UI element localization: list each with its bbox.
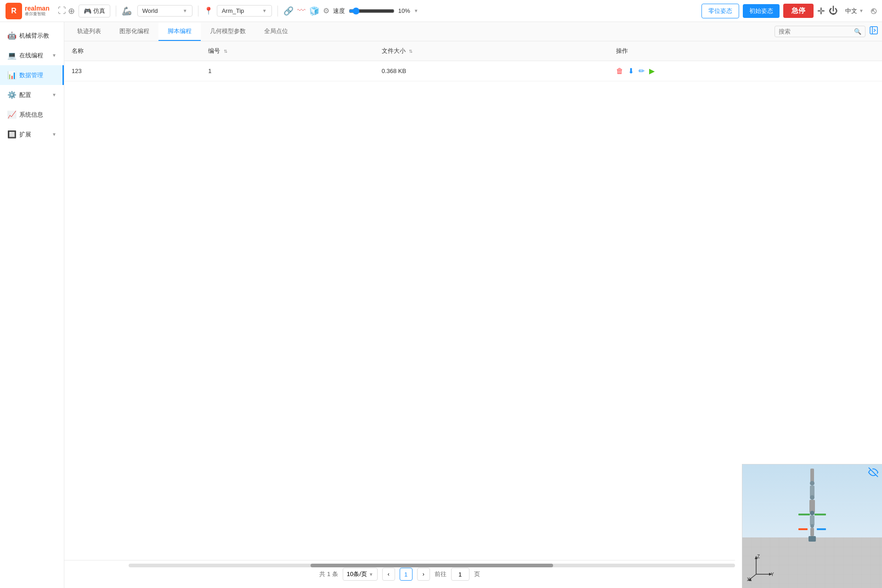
table-header: 名称 编号 ⇅ 文件大小 ⇅ 操作 (64, 41, 882, 61)
svg-rect-18 (798, 514, 810, 515)
edit-button[interactable]: ✏ (639, 67, 645, 75)
tip-icon: 📍 (204, 6, 213, 15)
run-button[interactable]: ▶ (649, 67, 655, 75)
page-size-selector[interactable]: 10条/页 ▼ (343, 568, 378, 581)
tab-trajectory[interactable]: 轨迹列表 (68, 23, 110, 41)
tab-script[interactable]: 脚本编程 (158, 23, 201, 41)
svg-rect-2 (870, 27, 877, 34)
arm-tip-chevron-icon: ▼ (262, 8, 267, 13)
cell-number: 1 (201, 61, 374, 81)
toolbar-icon-1: ⛶ (58, 6, 66, 16)
sidebar-item-label-robot: 机械臂示教 (19, 32, 49, 40)
logo-text: realman (25, 5, 50, 12)
speed-slider[interactable] (349, 7, 395, 15)
search-icon: 🔍 (854, 28, 861, 35)
svg-point-13 (810, 511, 814, 515)
preview-panel: Z X Y (742, 464, 882, 588)
cell-actions: 🗑 ⬇ ✏ ▶ (609, 61, 882, 81)
sidebar-collapse-button[interactable] (869, 26, 878, 37)
delete-button[interactable]: 🗑 (616, 67, 623, 75)
svg-rect-17 (808, 536, 816, 542)
svg-rect-21 (817, 528, 826, 530)
sidebar-item-data-mgmt[interactable]: 📊 数据管理 (0, 65, 64, 85)
mode-button[interactable]: 🎮 仿真 (79, 5, 110, 17)
page-unit: 页 (474, 570, 480, 578)
download-button[interactable]: ⬇ (628, 67, 634, 75)
zero-state-button[interactable]: 零位姿态 (701, 4, 739, 18)
separator-3 (277, 6, 278, 17)
cross-icon: ✛ (817, 6, 825, 17)
next-page-button[interactable]: › (417, 568, 430, 581)
col-number[interactable]: 编号 ⇅ (201, 41, 374, 61)
speed-value: 10% (398, 7, 410, 14)
tab-geo-params[interactable]: 几何模型参数 (201, 23, 255, 41)
col-name: 名称 (64, 41, 201, 61)
tabs-bar: 轨迹列表 图形化编程 脚本编程 几何模型参数 全局点位 🔍 (64, 22, 882, 41)
svg-rect-14 (810, 515, 814, 526)
link-icon: 🔗 (283, 6, 294, 16)
online-program-icon: 💻 (7, 51, 16, 60)
logo-subtitle: 睿尔曼智能 (25, 12, 50, 17)
robot-icon-group: 🦾 (122, 6, 132, 16)
sidebar-item-system-info[interactable]: 📈 系统信息 (0, 105, 64, 124)
y-axis-label: Y (771, 572, 774, 577)
tab-global-points[interactable]: 全局点位 (255, 23, 297, 41)
svg-text:R: R (11, 6, 17, 15)
prev-page-button[interactable]: ‹ (382, 568, 395, 581)
sidebar-item-config[interactable]: ⚙️ 配置 ▼ (0, 85, 64, 105)
page-size-label: 10条/页 (347, 570, 367, 578)
svg-line-5 (874, 30, 876, 32)
arm-tip-label: Arm_Tip (222, 7, 244, 14)
svg-point-9 (810, 481, 814, 486)
tabs-search: 🔍 (775, 26, 865, 37)
horizontal-scrollbar[interactable] (129, 564, 735, 567)
arm-tip-icon-group: 📍 (204, 6, 213, 15)
sidebar-item-extend[interactable]: 🔲 扩展 ▼ (0, 124, 64, 144)
emergency-stop-button[interactable]: 急停 (783, 4, 814, 18)
lang-chevron-icon: ▼ (859, 8, 864, 13)
toolbar-icons-left: ⛶ ⊕ (58, 6, 75, 16)
robot-arm-preview (798, 469, 826, 544)
language-selector[interactable]: 中文 ▼ (842, 5, 867, 17)
toolbar-right: 零位姿态 初始姿态 急停 ✛ ⏻ 中文 ▼ ⎋ (701, 4, 876, 18)
z-axis-label: Z (757, 554, 760, 559)
tab-graphical[interactable]: 图形化编程 (110, 23, 158, 41)
col-filesize[interactable]: 文件大小 ⇅ (374, 41, 609, 61)
total-count: 共 1 条 (319, 570, 338, 578)
sidebar-item-label-config: 配置 (19, 91, 31, 99)
svg-rect-12 (809, 500, 815, 513)
world-chevron-icon: ▼ (183, 8, 187, 13)
sidebar-item-label-system: 系统信息 (19, 111, 43, 119)
data-table: 名称 编号 ⇅ 文件大小 ⇅ 操作 123 1 0.368 KB 🗑 (64, 41, 882, 81)
preview-toggle-button[interactable] (868, 467, 878, 480)
separator-2 (198, 6, 198, 17)
search-input[interactable] (779, 28, 852, 35)
world-label: World (142, 7, 158, 14)
sidebar-item-robot-demo[interactable]: 🤖 机械臂示教 (0, 26, 64, 45)
table-row: 123 1 0.368 KB 🗑 ⬇ ✏ ▶ (64, 61, 882, 81)
system-info-icon: 📈 (7, 110, 16, 119)
goto-input[interactable] (451, 568, 469, 581)
sidebar-item-label-extend: 扩展 (19, 130, 31, 139)
sidebar-item-label-data: 数据管理 (19, 71, 43, 79)
current-page[interactable]: 1 (400, 568, 413, 581)
scrollbar-thumb[interactable] (311, 564, 553, 567)
power-icon: ⏻ (829, 6, 838, 16)
svg-point-11 (810, 495, 814, 500)
extend-icon: 🔲 (7, 130, 16, 139)
arm-tip-selector[interactable]: Arm_Tip ▼ (217, 5, 272, 17)
separator-1 (116, 6, 116, 17)
init-state-button[interactable]: 初始姿态 (743, 4, 780, 18)
svg-point-15 (810, 524, 814, 528)
sidebar-item-online-program[interactable]: 💻 在线编程 ▼ (0, 45, 64, 65)
mode-label: 仿真 (93, 7, 105, 15)
arm-icon: 🦾 (122, 6, 132, 16)
logo: R realman 睿尔曼智能 (6, 3, 50, 19)
world-selector[interactable]: World ▼ (137, 5, 192, 17)
svg-rect-20 (798, 528, 808, 530)
col-actions: 操作 (609, 41, 882, 61)
sidebar-item-label-online: 在线编程 (19, 51, 43, 60)
cube-icon: 🧊 (309, 6, 319, 16)
speed-label: 速度 (333, 7, 345, 15)
online-program-arrow-icon: ▼ (52, 53, 57, 58)
